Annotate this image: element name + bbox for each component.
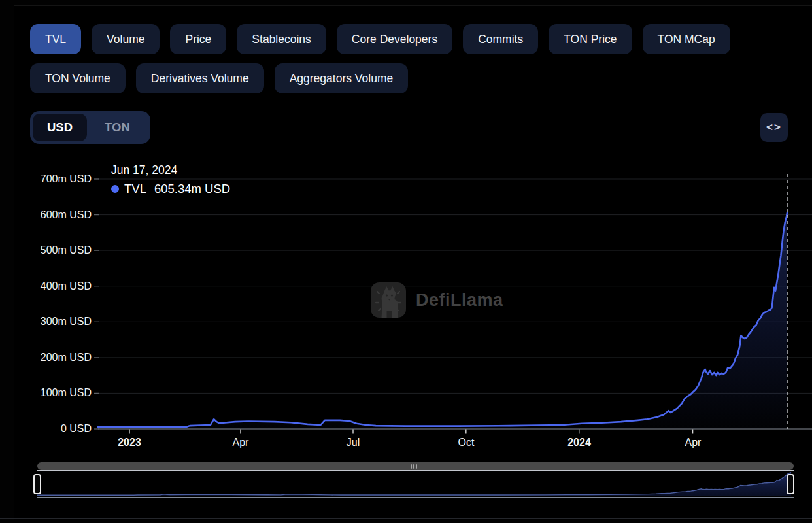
y-axis-label: 200m USD <box>25 350 92 365</box>
tab-stablecoins[interactable]: Stablecoins <box>237 24 326 54</box>
tab-price[interactable]: Price <box>170 24 226 54</box>
bottom-divider <box>0 518 812 519</box>
scrollbar-grip-icon <box>416 464 417 469</box>
x-axis-label: 2023 <box>90 435 169 450</box>
x-axis-label: 2024 <box>540 435 618 450</box>
scrollbar-grip-icon <box>413 464 414 469</box>
tooltip-value: 605.34m USD <box>154 182 230 196</box>
scrollbar-grip-icon <box>411 464 412 469</box>
x-axis-label: Apr <box>201 435 280 450</box>
metric-tabs-row-2: TON Volume Derivatives Volume Aggregator… <box>30 63 408 93</box>
brush-selection[interactable] <box>37 470 794 498</box>
y-axis-label: 400m USD <box>25 279 92 294</box>
y-axis-label: 700m USD <box>25 172 92 186</box>
y-axis-label: 0 USD <box>25 422 92 436</box>
x-axis-label: Oct <box>427 435 505 450</box>
x-axis-label: Apr <box>654 435 732 450</box>
chart-scrollbar[interactable] <box>37 462 794 470</box>
defillama-chart-panel: TVL Volume Price Stablecoins Core Develo… <box>0 0 812 523</box>
tooltip-series-label: TVL <box>124 182 146 196</box>
expand-chart-button[interactable]: <> <box>760 113 788 142</box>
x-axis-label: Jul <box>314 435 392 450</box>
tab-commits[interactable]: Commits <box>463 24 538 54</box>
denomination-ton[interactable]: TON <box>87 120 148 135</box>
chart-tooltip: Jun 17, 2024 TVL 605.34m USD <box>111 162 230 196</box>
tab-core-developers[interactable]: Core Developers <box>337 24 452 54</box>
y-axis-label: 100m USD <box>25 386 92 400</box>
watermark-text: DefiLlama <box>416 290 503 311</box>
tab-derivatives-volume[interactable]: Derivatives Volume <box>136 63 264 93</box>
metric-tabs-row-1: TVL Volume Price Stablecoins Core Develo… <box>30 24 730 54</box>
tab-volume[interactable]: Volume <box>92 24 160 54</box>
defillama-watermark: DefiLlama <box>370 281 503 319</box>
denomination-toggle: USD TON <box>30 111 150 144</box>
y-axis-label: 600m USD <box>25 208 92 222</box>
tab-ton-price[interactable]: TON Price <box>549 24 632 54</box>
tab-aggregators-volume[interactable]: Aggregators Volume <box>275 63 409 93</box>
tab-ton-mcap[interactable]: TON MCap <box>643 24 730 54</box>
denomination-usd[interactable]: USD <box>33 114 87 141</box>
tooltip-date: Jun 17, 2024 <box>111 162 230 178</box>
y-axis-label: 300m USD <box>25 314 92 329</box>
brush-handle-right[interactable] <box>787 474 794 494</box>
code-brackets-icon: <> <box>766 121 782 134</box>
tab-tvl[interactable]: TVL <box>30 24 81 54</box>
tab-ton-volume[interactable]: TON Volume <box>30 63 126 93</box>
brush-handle-left[interactable] <box>33 474 41 494</box>
defillama-logo-icon <box>370 281 407 319</box>
y-axis-label: 500m USD <box>25 243 92 258</box>
series-dot-icon <box>111 185 119 193</box>
